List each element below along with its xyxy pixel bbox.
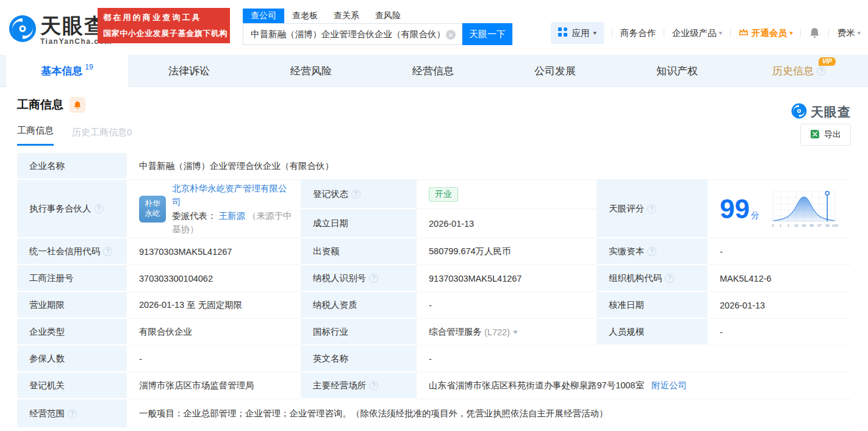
label-text: 人员规模 — [609, 326, 644, 338]
chevron-down-icon: ▾ — [594, 30, 597, 36]
label-capital: 出资额 — [301, 238, 417, 265]
top-nav: 应用 ▾ 商务合作 企业级产品 ▾ 开通会员 ▾ — [551, 22, 861, 44]
tab-company-development[interactable]: 公司发展 — [494, 55, 616, 87]
tab-label: 经营信息 — [412, 64, 454, 78]
nav-open-vip[interactable]: 开通会员 ▾ — [739, 27, 793, 39]
help-icon[interactable]: ? — [351, 190, 360, 199]
help-icon[interactable]: ? — [817, 66, 826, 76]
search-tab-boss[interactable]: 查老板 — [284, 9, 326, 23]
industry-value: 综合管理服务 — [429, 326, 482, 338]
search-box: ✕ — [243, 23, 462, 45]
apps-label: 应用 — [572, 27, 589, 39]
tianyancha-logo-icon — [9, 15, 37, 45]
search-input[interactable] — [243, 24, 462, 45]
label-company-type: 企业类型 — [17, 319, 127, 346]
clear-icon[interactable]: ✕ — [446, 30, 456, 40]
status-badge: 开业 — [429, 187, 458, 202]
export-button[interactable]: 导出 — [800, 124, 851, 146]
search-button[interactable]: 天眼一下 — [462, 23, 512, 45]
label-business-term: 营业期限 — [17, 292, 127, 319]
business-term-value: 2026-01-13 至 无固定期限 — [139, 299, 242, 311]
search-tab-company[interactable]: 查公司 — [243, 9, 284, 23]
svg-text:99: 99 — [825, 224, 830, 227]
tab-label: 历史信息 — [772, 64, 814, 78]
label-registration-status: 登记状态 ? — [301, 180, 417, 209]
nav-divider — [612, 29, 612, 37]
svg-text:0: 0 — [772, 224, 774, 227]
slogan-line2: 国家中小企业发展子基金旗下机构 — [103, 28, 224, 39]
insured-count-value: - — [139, 354, 142, 364]
crown-icon — [739, 28, 748, 38]
value-taxpayer-quality: - — [417, 292, 597, 319]
partner-avatar[interactable]: 朴华 永屹 — [139, 196, 166, 223]
help-icon[interactable]: ? — [369, 381, 378, 390]
help-icon[interactable]: ? — [647, 204, 656, 213]
tab-legal-proceedings[interactable]: 法律诉讼 — [128, 55, 250, 87]
tab-operating-risk[interactable]: 经营风险 — [250, 55, 372, 87]
subtab-business-info[interactable]: 工商信息 — [17, 125, 54, 146]
label-text: 国标行业 — [313, 326, 348, 338]
value-registration-authority: 淄博市张店区市场监督管理局 — [127, 372, 301, 399]
nav-divider — [828, 29, 829, 37]
value-approval-date: 2026-01-13 — [708, 292, 851, 319]
tab-label: 知识产权 — [656, 64, 698, 78]
label-text: 组织机构代码 — [609, 272, 662, 284]
help-icon[interactable]: ? — [68, 409, 77, 418]
nav-cooperation[interactable]: 商务合作 — [620, 27, 656, 39]
score-distribution-chart: 0 1 3 15 50 85 97 99 100 — [769, 189, 840, 229]
subtab-row: 工商信息 历史工商信息0 导出 — [17, 124, 851, 146]
label-company-name: 企业名称 — [17, 153, 127, 180]
help-icon[interactable]: ? — [369, 274, 378, 283]
label-text: 参保人数 — [29, 353, 65, 365]
nav-vip-label: 开通会员 — [751, 27, 787, 39]
watermark-text: 天眼查 — [811, 104, 851, 121]
label-insured-count: 参保人数 — [17, 346, 127, 372]
apps-menu[interactable]: 应用 ▾ — [551, 22, 604, 44]
value-registration-number: 370303300104062 — [127, 265, 301, 292]
nav-divider — [730, 29, 731, 37]
value-org-code: MAK5L412-6 — [708, 265, 851, 292]
notification-bell-icon[interactable] — [809, 27, 820, 39]
business-scope-value: 一般项目：企业总部管理；企业管理；企业管理咨询。（除依法须经批准的项目外，凭营业… — [139, 408, 608, 419]
help-icon[interactable]: ? — [103, 247, 112, 256]
tab-history-info[interactable]: VIP 历史信息 ? — [738, 55, 860, 87]
svg-text:100: 100 — [832, 224, 839, 227]
chevron-down-icon[interactable]: ▾ — [513, 328, 518, 336]
value-paid-capital: - — [708, 238, 851, 265]
user-menu[interactable]: 费米 ▾ — [837, 27, 861, 39]
nearby-companies-link[interactable]: 附近公司 — [651, 380, 687, 391]
help-icon[interactable]: ? — [95, 204, 104, 213]
export-label: 导出 — [824, 129, 841, 140]
label-business-scope: 经营范围 ? — [17, 399, 127, 429]
tab-basic-info[interactable]: 基本信息 19 — [6, 55, 128, 87]
premises-value: 山东省淄博市张店区科苑街道办事处柳泉路97号1008室 — [429, 380, 644, 391]
tab-label: 经营风险 — [290, 64, 332, 78]
nav-enterprise-label: 企业级产品 — [672, 27, 717, 39]
tianyancha-logo[interactable]: 天眼查 TianYanCha.com — [9, 15, 112, 45]
svg-text:3: 3 — [787, 224, 790, 227]
search-tab-risk[interactable]: 查风险 — [367, 9, 409, 23]
label-text: 企业类型 — [29, 326, 65, 338]
value-capital: 580799.674万人民币 — [417, 238, 597, 265]
tab-intellectual-property[interactable]: 知识产权 — [616, 55, 738, 87]
chevron-down-icon: ▾ — [719, 30, 723, 36]
svg-text:97: 97 — [817, 224, 822, 227]
label-text: 核准日期 — [609, 299, 644, 311]
label-paid-capital: 实缴资本 ? — [597, 238, 708, 265]
subtab-history-business-info[interactable]: 历史工商信息0 — [72, 127, 132, 146]
watermark-logo-icon — [791, 103, 807, 121]
tab-operating-info[interactable]: 经营信息 — [372, 55, 494, 87]
nav-divider — [664, 29, 664, 37]
tab-label: 公司发展 — [534, 64, 576, 78]
svg-text:1: 1 — [780, 224, 782, 227]
subscribe-bell-icon[interactable] — [70, 97, 85, 113]
search-tab-relation[interactable]: 查关系 — [326, 9, 367, 23]
nav-enterprise-products[interactable]: 企业级产品 ▾ — [672, 27, 722, 39]
search-tabs: 查公司 查老板 查关系 查风险 — [243, 9, 512, 23]
rep-name-link[interactable]: 王新源 — [219, 211, 246, 221]
partner-company-link[interactable]: 北京朴华永屹资产管理有限公司 — [172, 183, 287, 207]
help-icon[interactable]: ? — [665, 274, 674, 283]
value-taxpayer-id: 91370303MAK5L41267 — [417, 265, 597, 292]
help-icon[interactable]: ? — [647, 247, 656, 256]
excel-icon — [810, 129, 820, 141]
